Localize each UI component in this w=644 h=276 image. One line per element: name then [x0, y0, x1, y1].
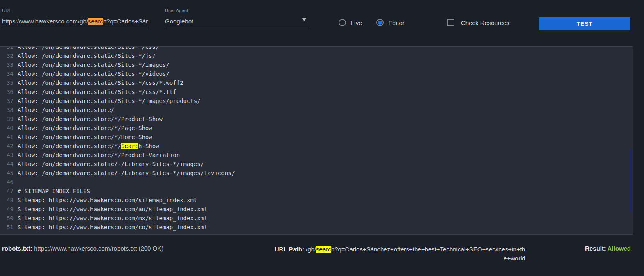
editor-line: 49Sitemap: https://www.hawkersco.com/au/…: [0, 205, 633, 214]
line-code: Allow: /on/demandware.static/Sites-*/vid…: [18, 69, 169, 78]
line-number: 51: [2, 223, 14, 232]
editor-line: 45Allow: /on/demandware.static/-/Library…: [0, 169, 633, 178]
line-number: 40: [2, 123, 14, 132]
url-field-label: URL: [2, 8, 148, 13]
line-number: 35: [2, 78, 14, 87]
robots-txt-status-value: https://www.hawkersco.com/robots.txt (20…: [32, 245, 163, 252]
check-resources-label: Check Resources: [461, 19, 509, 26]
url-path-status: URL Path: /gb/search?q=Carlos+Sánchez+of…: [271, 245, 525, 263]
line-code: Allow: /on/demandware.static/Sites-*/ima…: [18, 96, 201, 105]
line-number: 43: [2, 151, 14, 160]
url-value-highlight: searc: [88, 18, 103, 25]
robots-txt-status-label: robots.txt:: [2, 245, 32, 252]
url-input[interactable]: https://www.hawkersco.com/gb/search?q=Ca…: [2, 18, 148, 26]
line-number: 34: [2, 69, 14, 78]
line-code: Allow: /on/demandware.store/: [18, 105, 114, 114]
check-resources-checkbox[interactable]: Check Resources: [447, 19, 509, 26]
line-code: Sitemap: https://www.hawkersco.com/mx/si…: [18, 214, 208, 223]
robots-txt-status: robots.txt: https://www.hawkersco.com/ro…: [2, 245, 163, 252]
line-code: Allow: /on/demandware.store/*/Search-Sho…: [18, 141, 159, 151]
line-code: Allow: /on/demandware.static/Sites-*/css…: [18, 78, 183, 87]
editor-scrollbar[interactable]: [630, 149, 632, 212]
editor-line: 35Allow: /on/demandware.static/Sites-*/c…: [0, 78, 633, 87]
editor-line: 39Allow: /on/demandware.store/*/Product-…: [0, 114, 633, 123]
line-number: 38: [2, 105, 14, 114]
line-number: 41: [2, 132, 14, 141]
editor-line: 44Allow: /on/demandware.static/-/Library…: [0, 160, 633, 169]
line-code: Allow: /on/demandware.static/Sites-*/css…: [18, 46, 159, 51]
line-code: Allow: /on/demandware.store/*/Page-Show: [18, 123, 152, 132]
editor-line: 41Allow: /on/demandware.store/*/Home-Sho…: [0, 132, 633, 141]
radio-editor-label: Editor: [389, 19, 404, 26]
line-code: Sitemap: https://www.hawkersco.com/co/si…: [18, 223, 208, 232]
line-number: 44: [2, 160, 14, 169]
editor-line: 31Allow: /on/demandware.static/Sites-*/c…: [0, 46, 633, 51]
line-number: 46: [2, 178, 14, 187]
radio-live[interactable]: Live: [339, 19, 362, 26]
url-value-prefix: https://www.hawkersco.com/gb/: [2, 18, 88, 25]
toolbar: URL https://www.hawkersco.com/gb/search?…: [0, 0, 644, 46]
mode-radio-group: Live Editor: [339, 19, 418, 26]
line-number: 33: [2, 60, 14, 69]
line-code: # SITEMAP INDEX FILES: [18, 187, 90, 196]
editor-line: 38Allow: /on/demandware.store/: [0, 105, 633, 114]
line-number: 50: [2, 214, 14, 223]
line-code: Allow: /on/demandware.static/-/Library-S…: [18, 169, 235, 178]
status-bar: robots.txt: https://www.hawkersco.com/ro…: [0, 235, 644, 276]
user-agent-select[interactable]: Googlebot: [165, 13, 310, 26]
editor-line: 37Allow: /on/demandware.static/Sites-*/i…: [0, 96, 633, 105]
line-code: Allow: /on/demandware.static/Sites-*/js/: [18, 51, 156, 60]
editor-line: 42Allow: /on/demandware.store/*/Search-S…: [0, 141, 633, 151]
line-code: Allow: /on/demandware.store/*/Home-Show: [18, 132, 152, 141]
editor-line: 43Allow: /on/demandware.store/*/Product-…: [0, 151, 633, 160]
editor-line: 33Allow: /on/demandware.static/Sites-*/i…: [0, 60, 633, 69]
line-number: 47: [2, 187, 14, 196]
result-label: Result:: [585, 245, 607, 252]
line-code: Allow: /on/demandware.store/*/Product-Va…: [18, 151, 180, 160]
editor-line: 32Allow: /on/demandware.static/Sites-*/j…: [0, 51, 633, 60]
radio-editor-icon: [376, 19, 384, 26]
user-agent-label: User Agent: [165, 8, 310, 13]
user-agent-value: Googlebot: [165, 18, 193, 26]
url-path-highlight: searc: [316, 246, 331, 253]
line-code: Sitemap: https://www.hawkersco.com/au/si…: [18, 205, 208, 214]
line-number: 48: [2, 196, 14, 205]
radio-live-icon: [339, 19, 346, 26]
url-path-suffix: h?q=Carlos+Sánchez+offers+the+best+Techn…: [331, 246, 525, 262]
url-path-label: URL Path:: [275, 246, 304, 253]
robots-txt-editor[interactable]: 31Allow: /on/demandware.static/Sites-*/c…: [0, 46, 633, 235]
line-code: Allow: /on/demandware.static/Sites-*/ima…: [18, 60, 169, 69]
line-number: 37: [2, 96, 14, 105]
line-number: 49: [2, 205, 14, 214]
line-number: 42: [2, 141, 14, 151]
editor-line: 46: [0, 178, 633, 187]
editor-line: 48Sitemap: https://www.hawkersco.com/sit…: [0, 196, 633, 205]
editor-lines: 31Allow: /on/demandware.static/Sites-*/c…: [0, 46, 633, 232]
line-number: 45: [2, 169, 14, 178]
line-number: 31: [2, 46, 14, 51]
editor-line: 51Sitemap: https://www.hawkersco.com/co/…: [0, 223, 633, 232]
line-number: 32: [2, 51, 14, 60]
line-code: Allow: /on/demandware.static/Sites-*/css…: [18, 87, 176, 96]
result-status: Result: Allowed: [585, 245, 631, 252]
editor-line: 40Allow: /on/demandware.store/*/Page-Sho…: [0, 123, 633, 132]
editor-line: 36Allow: /on/demandware.static/Sites-*/c…: [0, 87, 633, 96]
url-field-group: URL https://www.hawkersco.com/gb/search?…: [2, 8, 148, 29]
editor-line: 34Allow: /on/demandware.static/Sites-*/v…: [0, 69, 633, 78]
line-code: Allow: /on/demandware.static/-/Library-S…: [18, 160, 204, 169]
editor-line: 50Sitemap: https://www.hawkersco.com/mx/…: [0, 214, 633, 223]
line-code: Sitemap: https://www.hawkersco.com/sitem…: [18, 196, 197, 205]
editor-line: 47# SITEMAP INDEX FILES: [0, 187, 633, 196]
line-number: 36: [2, 87, 14, 96]
test-button[interactable]: TEST: [539, 17, 630, 30]
radio-editor[interactable]: Editor: [376, 19, 404, 26]
checkbox-icon: [447, 19, 454, 26]
line-number: 39: [2, 114, 14, 123]
chevron-down-icon: [302, 18, 307, 21]
radio-live-label: Live: [351, 19, 362, 26]
line-code: Allow: /on/demandware.store/*/Product-Sh…: [18, 114, 163, 123]
url-value-suffix: h?q=Carlos+Sánchez+offers+the+best+Techn…: [103, 18, 148, 25]
result-value: Allowed: [607, 245, 631, 252]
url-path-prefix: /gb/: [304, 246, 316, 253]
user-agent-field-group: User Agent Googlebot: [165, 8, 310, 29]
